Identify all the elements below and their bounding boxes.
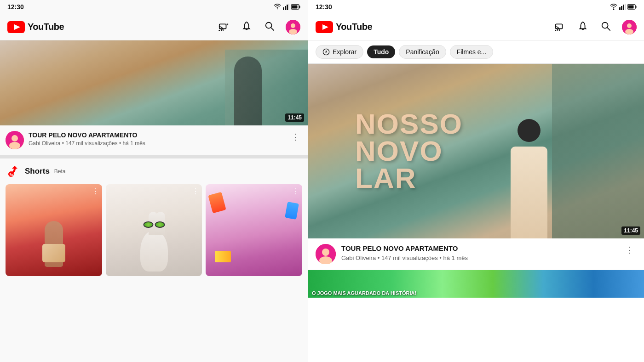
chip-explore-label: Explorar: [333, 48, 356, 56]
right-featured-thumb[interactable]: NOSSO NOVO LAR 11:45: [308, 64, 644, 238]
youtube-logo-icon: [7, 21, 25, 33]
svg-rect-24: [621, 6, 622, 10]
left-video-details: TOUR PELO NOVO APARTAMENTO Gabi Oliveira…: [29, 131, 284, 147]
next-thumb-text: O JOGO MAIS AGUARDADO DA HISTÓRIA!: [312, 290, 416, 296]
right-duration-badge: 11:45: [621, 226, 640, 235]
short-item-1[interactable]: ⋮: [6, 184, 102, 276]
short-thumb-2: [106, 184, 202, 276]
svg-point-33: [555, 30, 556, 31]
svg-line-12: [271, 28, 274, 30]
right-video-info: TOUR PELO NOVO APARTAMENTO Gabi Oliveira…: [308, 238, 644, 270]
left-time: 12:30: [7, 3, 24, 11]
left-featured-video-thumb[interactable]: 11:45: [0, 40, 308, 125]
svg-rect-25: [623, 5, 624, 10]
chip-panificacao[interactable]: Panificação: [399, 45, 446, 59]
short-item-2[interactable]: ⋮: [106, 184, 202, 276]
shorts-title: Shorts: [25, 167, 50, 176]
right-app-name: YouTube: [336, 22, 372, 32]
left-header: YouTube: [0, 14, 308, 40]
short-2-more-button[interactable]: ⋮: [192, 187, 199, 196]
right-channel-avatar-image: [316, 244, 336, 264]
battery-icon: [291, 4, 300, 10]
left-search-button[interactable]: [263, 19, 276, 34]
short-1-more-button[interactable]: ⋮: [92, 187, 99, 196]
svg-point-22: [613, 9, 615, 11]
svg-point-17: [12, 135, 18, 141]
svg-rect-3: [288, 4, 289, 10]
right-video-meta: Gabi Oliveira • 147 mil visualizações • …: [341, 255, 617, 261]
short-1-bg: [6, 184, 102, 276]
chip-all-label: Tudo: [374, 48, 389, 56]
left-youtube-logo: YouTube: [7, 21, 217, 33]
right-status-icons: [610, 4, 637, 10]
left-status-bar: 12:30: [0, 0, 308, 14]
chip-panificacao-label: Panificação: [406, 48, 439, 56]
item-3: [215, 251, 231, 262]
svg-point-37: [627, 23, 632, 28]
svg-rect-1: [285, 6, 286, 10]
svg-rect-2: [287, 5, 288, 10]
left-panel: 12:30: [0, 0, 308, 362]
wifi-icon: [274, 4, 281, 10]
left-more-options-button[interactable]: ⋮: [288, 131, 302, 143]
sunglasses: [143, 221, 165, 228]
left-notifications-button[interactable]: [240, 19, 253, 34]
next-video-thumb[interactable]: O JOGO MAIS AGUARDADO DA HISTÓRIA!: [308, 270, 644, 298]
compass-icon: [322, 48, 330, 56]
right-cast-button[interactable]: [553, 19, 567, 34]
svg-rect-5: [292, 6, 298, 9]
short-item-3[interactable]: ⋮: [206, 184, 302, 276]
right-search-button[interactable]: [599, 19, 613, 34]
short-thumb-1: [6, 184, 102, 276]
left-video-title: TOUR PELO NOVO APARTAMENTO: [29, 131, 284, 139]
right-channel-avatar[interactable]: [316, 244, 336, 264]
right-status-bar: 12:30: [308, 0, 644, 14]
right-header: YouTube: [308, 14, 644, 40]
right-avatar-image: [622, 20, 637, 34]
channel-avatar-image: [6, 131, 24, 149]
right-notifications-button[interactable]: [576, 19, 590, 34]
right-video-title: TOUR PELO NOVO APARTAMENTO: [341, 244, 617, 253]
short-2-bg: [106, 184, 202, 276]
svg-rect-6: [299, 6, 300, 8]
right-cast-icon: [555, 21, 565, 31]
item-2: [285, 202, 299, 220]
short-3-more-button[interactable]: ⋮: [292, 187, 299, 196]
thumb-overlay-text: NOSSO NOVO LAR: [355, 111, 463, 192]
svg-point-10: [218, 30, 220, 31]
left-user-avatar[interactable]: [286, 20, 300, 34]
svg-rect-20: [10, 173, 11, 175]
right-panel: 12:30: [308, 0, 644, 362]
chip-filmes[interactable]: Filmes e...: [450, 45, 494, 59]
svg-point-41: [326, 51, 327, 53]
hand-graphic: [42, 244, 65, 262]
bunny-body: [140, 230, 168, 272]
left-header-actions: [217, 19, 300, 34]
person-figure: [511, 110, 547, 238]
avatar-image: [286, 20, 300, 34]
shorts-logo-icon: [6, 164, 20, 179]
left-thumb-bg: [0, 40, 308, 125]
svg-point-18: [9, 142, 20, 149]
left-cast-button[interactable]: [217, 19, 230, 34]
right-more-options-button[interactable]: ⋮: [623, 244, 637, 256]
svg-point-19: [8, 171, 14, 177]
cast-icon: [218, 21, 229, 31]
svg-point-14: [291, 23, 295, 28]
chip-all[interactable]: Tudo: [367, 45, 395, 58]
search-icon: [264, 21, 275, 31]
left-status-icons: [274, 4, 300, 10]
left-channel-avatar[interactable]: [6, 131, 24, 149]
svg-point-43: [322, 249, 329, 256]
bell-icon: [242, 21, 252, 31]
chip-explore[interactable]: Explorar: [316, 45, 363, 59]
right-content[interactable]: NOSSO NOVO LAR 11:45 TOUR PELO NOVO APAR…: [308, 64, 644, 362]
left-video-meta: Gabi Oliveira • 147 mil visualizações • …: [29, 140, 284, 147]
right-user-avatar[interactable]: [622, 20, 637, 34]
svg-rect-26: [625, 4, 626, 10]
right-signal-icon: [619, 4, 626, 10]
right-wifi-icon: [610, 4, 617, 10]
right-video-details: TOUR PELO NOVO APARTAMENTO Gabi Oliveira…: [341, 244, 617, 261]
right-header-actions: [553, 19, 637, 34]
shorts-beta-label: Beta: [54, 168, 66, 175]
